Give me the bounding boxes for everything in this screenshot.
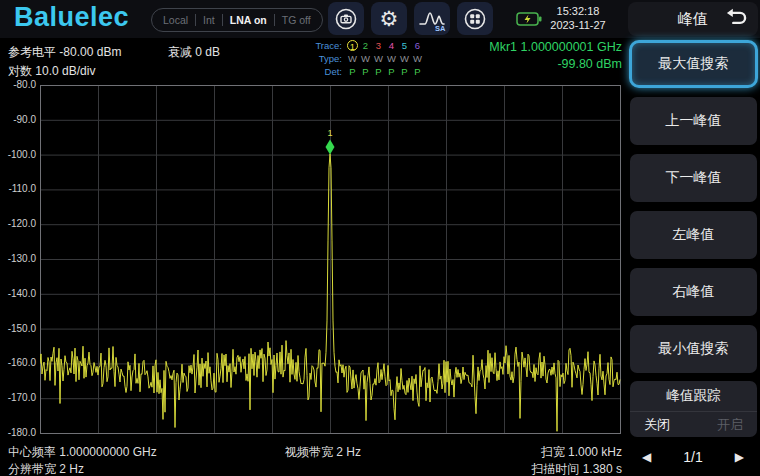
sweep-time-label: 扫描时间 xyxy=(531,462,579,476)
pill-item-int[interactable]: Int xyxy=(196,14,222,26)
y-axis-tick: -120.0 xyxy=(0,218,36,229)
legend-value: W xyxy=(411,53,424,64)
spectrum-plot[interactable]: 1 xyxy=(40,85,621,434)
trace-number-row: Trace: 123456 xyxy=(300,39,430,52)
svg-text:SA: SA xyxy=(435,24,446,32)
y-axis-tick: -110.0 xyxy=(0,183,36,194)
legend-value: P xyxy=(359,66,372,77)
trace-detectors: PPPPPP xyxy=(346,66,424,77)
settings-gear-icon: ⚙ xyxy=(380,8,399,29)
vbw-value: 2 Hz xyxy=(336,445,361,459)
button-min-search[interactable]: 最小值搜索 xyxy=(630,325,757,373)
back-icon xyxy=(725,7,747,31)
marker-readout: Mkr1 1.000000001 GHz -99.80 dBm xyxy=(489,39,622,73)
trace-number: 1 xyxy=(347,40,358,51)
attenuation-readout[interactable]: 衰减 0 dB xyxy=(168,44,220,61)
sweep-time-value: 1.380 s xyxy=(583,462,622,476)
legend-value: P xyxy=(385,66,398,77)
brand-logo: Baluelec xyxy=(14,2,129,33)
scale-label: 对数 xyxy=(8,64,32,78)
legend-value: W xyxy=(372,53,385,64)
span-readout[interactable]: 扫宽 1.000 kHz xyxy=(541,444,622,461)
next-page-icon[interactable]: ▶ xyxy=(735,450,744,464)
sweep-time-readout: 扫描时间 1.380 s xyxy=(531,461,622,476)
apps-grid-icon xyxy=(463,7,487,31)
rbw-readout[interactable]: 分辨带宽 2 Hz xyxy=(8,461,84,476)
pill-item-lna[interactable]: LNA on xyxy=(223,14,274,26)
clock: 15:32:18 2023-11-27 xyxy=(540,4,616,32)
y-axis-tick: -100.0 xyxy=(0,149,36,160)
pill-item-local[interactable]: Local xyxy=(156,14,195,26)
peak-track-on-option[interactable]: 开启 xyxy=(717,416,743,434)
prev-page-icon[interactable]: ◀ xyxy=(642,450,651,464)
button-left-peak[interactable]: 左峰值 xyxy=(630,211,757,259)
trace-number: 3 xyxy=(372,40,385,51)
camera-icon xyxy=(334,7,358,31)
marker-number-label: 1 xyxy=(327,128,332,138)
page-navigation: ◀ 1/1 ▶ xyxy=(628,444,758,470)
attenuation-label: 衰减 xyxy=(168,45,192,59)
trace-legend[interactable]: Trace: 123456 Type: WWWWWW Det: PPPPPP xyxy=(300,39,430,78)
top-bar: Baluelec Local Int LNA on TG off ⚙ xyxy=(0,0,760,38)
y-axis-tick: -180.0 xyxy=(0,427,36,438)
panel-header: 峰值 xyxy=(628,2,758,36)
apps-button[interactable] xyxy=(457,2,493,35)
marker-amplitude: -99.80 dBm xyxy=(489,56,622,73)
y-axis-tick: -170.0 xyxy=(0,392,36,403)
trace-numbers: 123456 xyxy=(346,40,424,51)
marker-diamond-icon[interactable] xyxy=(326,139,335,154)
peak-track-toggle-card: 峰值跟踪 关闭 开启 xyxy=(630,381,757,437)
spectrum-analyzer-screen: Baluelec Local Int LNA on TG off ⚙ xyxy=(0,0,760,476)
sa-mode-icon: SA xyxy=(418,6,446,32)
legend-value: P xyxy=(346,66,359,77)
ref-level-value: -80.00 dBm xyxy=(59,45,121,59)
center-freq-value: 1.000000000 GHz xyxy=(59,445,156,459)
trace-number: 2 xyxy=(359,40,372,51)
center-freq-label: 中心频率 xyxy=(8,445,56,459)
trace-number: 6 xyxy=(411,40,424,51)
trace-det-row: Det: PPPPPP xyxy=(300,65,430,78)
button-max-search[interactable]: 最大值搜索 xyxy=(629,40,758,88)
rbw-value: 2 Hz xyxy=(59,462,84,476)
trace-number: 5 xyxy=(398,40,411,51)
time-text: 15:32:18 xyxy=(540,4,616,18)
legend-value: W xyxy=(346,53,359,64)
trace-types: WWWWWW xyxy=(346,53,424,64)
date-text: 2023-11-27 xyxy=(540,18,616,32)
legend-value: P xyxy=(411,66,424,77)
y-axis-tick: -160.0 xyxy=(0,357,36,368)
scale-value: 10.0 dB/div xyxy=(35,64,95,78)
span-value: 1.000 kHz xyxy=(568,445,622,459)
button-prev-peak[interactable]: 上一峰值 xyxy=(630,97,757,145)
peak-track-label: 峰值跟踪 xyxy=(630,381,757,411)
y-axis-tick: -140.0 xyxy=(0,288,36,299)
y-axis-tick: -80.0 xyxy=(0,79,36,90)
vbw-label: 视频带宽 xyxy=(285,445,333,459)
peak-track-options: 关闭 开启 xyxy=(630,411,757,437)
status-pill: Local Int LNA on TG off xyxy=(151,8,323,32)
y-axis-tick: -130.0 xyxy=(0,253,36,264)
legend-value: P xyxy=(372,66,385,77)
attenuation-value: 0 dB xyxy=(195,45,220,59)
center-freq-readout[interactable]: 中心频率 1.000000000 GHz xyxy=(8,444,157,461)
button-right-peak[interactable]: 右峰值 xyxy=(630,268,757,316)
back-button[interactable] xyxy=(724,7,748,31)
trace-number: 4 xyxy=(385,40,398,51)
ref-level-readout[interactable]: 参考电平 -80.00 dBm xyxy=(8,44,121,61)
rbw-label: 分辨带宽 xyxy=(8,462,56,476)
sa-mode-button[interactable]: SA xyxy=(414,2,450,35)
peak-track-off-option[interactable]: 关闭 xyxy=(644,416,670,434)
vbw-readout[interactable]: 视频带宽 2 Hz xyxy=(285,444,361,461)
type-row-label: Type: xyxy=(300,53,342,64)
span-label: 扫宽 xyxy=(541,445,565,459)
legend-value: W xyxy=(359,53,372,64)
settings-button[interactable]: ⚙ xyxy=(371,2,407,35)
pill-item-tg[interactable]: TG off xyxy=(275,14,318,26)
legend-value: W xyxy=(385,53,398,64)
marker-frequency: Mkr1 1.000000001 GHz xyxy=(489,39,622,56)
scale-readout[interactable]: 对数 10.0 dB/div xyxy=(8,63,95,80)
ref-level-label: 参考电平 xyxy=(8,45,56,59)
det-row-label: Det: xyxy=(300,66,342,77)
button-next-peak[interactable]: 下一峰值 xyxy=(630,154,757,202)
screenshot-button[interactable] xyxy=(328,2,364,35)
